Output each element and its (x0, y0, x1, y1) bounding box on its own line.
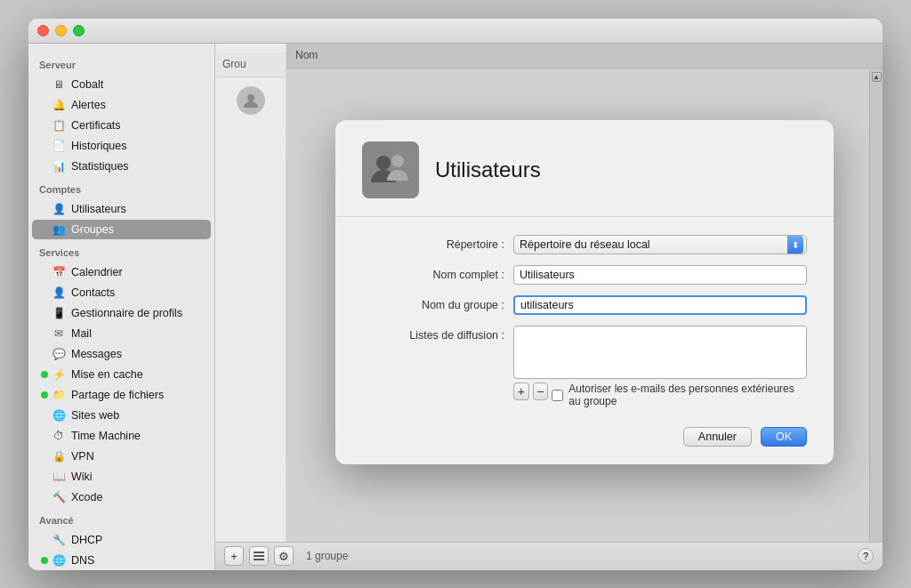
utilisateurs-icon: 👤 (52, 202, 66, 216)
comptes-section-header: Comptes (28, 177, 214, 198)
sidebar-item-groupes[interactable]: 👥 Groupes (32, 220, 211, 239)
historiques-icon: 📄 (52, 139, 66, 153)
remove-diffusion-button[interactable]: − (533, 383, 549, 400)
listes-row: Listes de diffusion : + − (362, 326, 807, 407)
add-group-button[interactable]: + (224, 546, 244, 566)
svg-point-0 (247, 94, 254, 101)
sidebar-item-cobalt[interactable]: 🖥 Cobalt (32, 75, 211, 94)
nom-complet-row: Nom complet : (362, 265, 807, 285)
title-bar (28, 19, 883, 44)
nom-groupe-label: Nom du groupe : (362, 299, 504, 311)
repertoire-row: Répertoire : Répertoire du réseau localR… (362, 235, 807, 254)
dns-icon: 🌐 (52, 553, 66, 568)
certificats-icon: 📋 (52, 118, 66, 133)
avance-section-header: Avancé (28, 508, 214, 529)
minimize-button[interactable] (55, 25, 67, 36)
repertoire-control: Répertoire du réseau localRépertoire loc… (513, 235, 807, 254)
wiki-icon: 📖 (52, 470, 66, 484)
mise-en-cache-icon: ⚡ (52, 367, 66, 382)
vpn-icon: 🔒 (52, 449, 66, 463)
autoriser-checkbox[interactable] (552, 390, 563, 401)
svg-rect-3 (254, 552, 264, 553)
listes-label: Listes de diffusion : (362, 329, 504, 342)
sidebar-item-utilisateurs[interactable]: 👤 Utilisateurs (32, 199, 211, 219)
services-section-header: Services (28, 240, 214, 262)
sidebar-item-gestionnaire[interactable]: 📱 Gestionnaire de profils (32, 303, 211, 323)
main-window: Serveur 🖥 Cobalt 🔔 Alertes 📋 Certificats… (28, 19, 883, 570)
nom-groupe-input[interactable] (513, 295, 807, 315)
statistiques-icon: 📊 (52, 159, 66, 173)
modal-footer: Annuler OK (335, 418, 834, 447)
modal-group-icon (362, 141, 419, 198)
checkbox-row: Autoriser les e-mails des personnes exté… (552, 383, 807, 407)
svg-rect-5 (254, 559, 264, 560)
zoom-button[interactable] (73, 25, 85, 36)
sidebar-item-time-machine[interactable]: ⏱ Time Machine (32, 426, 211, 446)
svg-rect-4 (254, 555, 264, 557)
left-column: Grou (215, 44, 286, 542)
sidebar-item-certificats[interactable]: 📋 Certificats (32, 116, 211, 135)
left-col-header: Grou (215, 52, 286, 77)
autoriser-label: Autoriser les e-mails des personnes exté… (568, 383, 807, 407)
contacts-icon: 👤 (52, 286, 66, 300)
annuler-button[interactable]: Annuler (683, 427, 752, 447)
alertes-icon: 🔔 (52, 98, 66, 112)
sidebar-item-alertes[interactable]: 🔔 Alertes (32, 95, 211, 115)
sidebar-item-sites-web[interactable]: 🌐 Sites web (32, 406, 211, 425)
partage-icon: 📁 (52, 388, 66, 402)
nom-complet-label: Nom complet : (362, 269, 504, 281)
ok-button[interactable]: OK (761, 427, 807, 447)
xcode-icon: 🔨 (52, 490, 66, 504)
modal-header: Utilisateurs (335, 120, 834, 217)
diffusion-buttons: + − Autoriser les e-mails des personnes … (513, 383, 807, 407)
listes-control: + − Autoriser les e-mails des personnes … (513, 326, 807, 407)
dialog-utilisateurs: Utilisateurs Répertoire : Répertoire du … (335, 120, 834, 464)
sidebar-item-statistiques[interactable]: 📊 Statistiques (32, 157, 211, 176)
sidebar-item-xcode[interactable]: 🔨 Xcode (32, 487, 211, 507)
dhcp-icon: 🔧 (52, 533, 66, 547)
sidebar-item-vpn[interactable]: 🔒 VPN (32, 447, 211, 466)
cobalt-icon: 🖥 (52, 77, 66, 92)
time-machine-icon: ⏱ (52, 429, 66, 443)
nom-complet-control (513, 265, 807, 285)
avatar-small (237, 86, 265, 115)
sites-web-icon: 🌐 (52, 408, 66, 423)
sidebar-item-contacts[interactable]: 👤 Contacts (32, 283, 211, 302)
calendrier-icon: 📅 (52, 265, 66, 279)
help-button[interactable]: ? (858, 548, 874, 564)
add-diffusion-button[interactable]: + (513, 383, 529, 400)
sidebar-item-mail[interactable]: ✉ Mail (32, 324, 211, 343)
sidebar-item-messages[interactable]: 💬 Messages (32, 344, 211, 364)
sidebar-item-mise-en-cache[interactable]: ⚡ Mise en cache (32, 365, 211, 384)
close-button[interactable] (37, 25, 49, 36)
svg-point-1 (376, 156, 391, 170)
sidebar-item-dns[interactable]: 🌐 DNS (32, 551, 211, 570)
window-body: Serveur 🖥 Cobalt 🔔 Alertes 📋 Certificats… (28, 44, 883, 570)
svg-point-2 (391, 155, 404, 167)
modal-overlay: Utilisateurs Répertoire : Répertoire du … (286, 44, 883, 542)
group-count-label: 1 groupe (306, 550, 348, 562)
groupes-icon: 👥 (52, 222, 66, 237)
sidebar-item-calendrier[interactable]: 📅 Calendrier (32, 262, 211, 282)
modal-form: Répertoire : Répertoire du réseau localR… (335, 235, 834, 407)
nom-groupe-row: Nom du groupe : (362, 295, 807, 315)
repertoire-select[interactable]: Répertoire du réseau localRépertoire loc… (513, 235, 807, 254)
sidebar-item-partage[interactable]: 📁 Partage de fichiers (32, 385, 211, 405)
list-view-button[interactable] (249, 546, 269, 566)
nom-complet-input[interactable] (513, 265, 807, 285)
bottom-toolbar: + ⚙ 1 groupe ? (215, 542, 883, 570)
content-area: Grou Nom (215, 44, 883, 542)
main-content: Grou Nom (215, 44, 883, 570)
right-column: Nom ▲ (286, 44, 883, 542)
sidebar: Serveur 🖥 Cobalt 🔔 Alertes 📋 Certificats… (28, 44, 215, 570)
settings-button[interactable]: ⚙ (274, 546, 294, 566)
modal-title: Utilisateurs (435, 157, 541, 182)
listes-textarea[interactable] (513, 326, 807, 379)
nom-groupe-control (513, 295, 807, 315)
sidebar-item-historiques[interactable]: 📄 Historiques (32, 136, 211, 156)
messages-icon: 💬 (52, 347, 66, 361)
repertoire-label: Répertoire : (362, 238, 504, 251)
sidebar-item-dhcp[interactable]: 🔧 DHCP (32, 530, 211, 550)
gestionnaire-icon: 📱 (52, 306, 66, 320)
sidebar-item-wiki[interactable]: 📖 Wiki (32, 467, 211, 487)
